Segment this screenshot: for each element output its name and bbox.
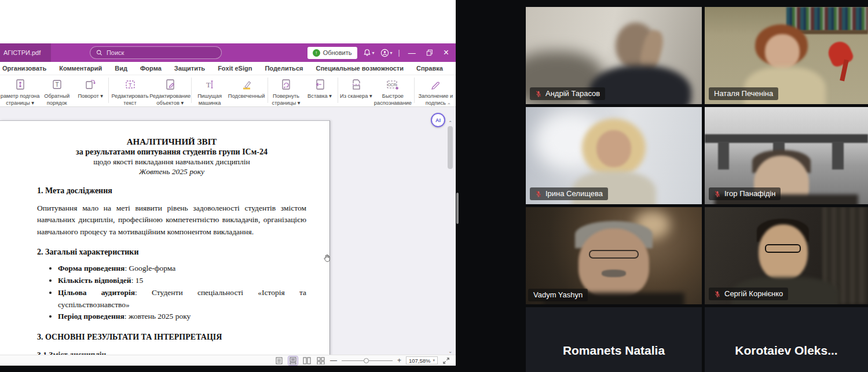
zoom-in-button[interactable]: + [397,356,401,364]
zoom-level-select[interactable]: 107,58% ▾ [406,356,438,364]
video-tile-vadym-yashyn[interactable]: Vadym Yashyn [526,207,702,304]
single-page-view-button[interactable] [274,356,284,365]
participant-name-tag: Ірина Селищева [530,187,608,200]
video-tile-iryna-selyshcheva[interactable]: Ірина Селищева [526,107,702,204]
pdf-menubar: Организовать Комментарий Вид Форма Защит… [0,62,456,75]
muted-mic-icon [714,290,721,297]
quick-recognition-button[interactable]: OCR Быстрое распознавание [373,76,413,106]
video-tile-ihor-panafidin[interactable]: Ігор Панафідін [705,107,868,204]
zoom-slider-knob[interactable] [364,358,369,363]
menu-accessibility[interactable]: Специальные возможности [316,65,404,72]
edit-objects-button[interactable]: Редактирование объектов ▾ [150,76,190,106]
participant-name-tag: Андрій Тарасов [530,87,605,100]
meeting-scrollbar-thumb[interactable] [456,193,459,224]
continuous-view-button[interactable] [288,356,298,365]
restore-button[interactable] [424,49,435,56]
fill-sign-icon [429,78,442,91]
fullscreen-button[interactable] [442,357,450,364]
svg-text:OCR: OCR [388,83,397,87]
scroll-down-icon[interactable]: ⌄ [446,349,454,354]
video-tile-natalia-pechenina[interactable]: Наталя Печеніна [705,7,868,104]
reverse-order-button[interactable]: T Обратный порядок [40,76,74,106]
video-tile-serhii-korniienko[interactable]: Сергій Корнієнко [705,207,868,304]
doc-heading-1: 1. Мета дослідження [37,186,306,196]
menu-form[interactable]: Форма [140,65,162,72]
fit-page-button[interactable]: раметр подгона страницы ▾ [0,76,40,106]
participant-name: Vadym Yashyn [533,290,583,299]
titlebar-separator: | [398,49,400,57]
zoom-slider[interactable] [342,358,393,363]
zoom-out-button[interactable]: — [330,356,337,364]
doc-bullet: Кількість відповідей: 15 [58,275,306,287]
doc-bullet-list: Форма проведення: Google-форма Кількість… [58,263,306,323]
menu-protect[interactable]: Защитить [174,65,205,72]
participant-display-name: Korotaiev Oleks... [705,344,868,358]
scrollbar-thumb[interactable] [448,126,453,169]
menu-share[interactable]: Поделиться [265,65,303,72]
doc-heading-3: 3. ОСНОВНІ РЕЗУЛЬТАТИ ТА ІНТЕРПРЕТАЦІЯ [37,333,306,342]
reverse-order-icon: T [50,78,63,91]
scroll-up-icon[interactable]: ⌃ [446,120,454,126]
update-icon: ↑ [313,49,320,57]
participant-name: Сергій Корнієнко [724,289,783,298]
document-tab[interactable]: АГІСТРИ.pdf [0,43,51,62]
restore-icon [426,49,433,56]
ai-assistant-badge[interactable]: AI [431,113,445,127]
doc-bullet: Період проведення: жовтень 2025 року [58,311,306,323]
participant-name-tag: Наталя Печеніна [709,87,778,100]
doc-subtitle2: щодо якості викладання навчальних дисцип… [37,157,306,167]
screen: АГІСТРИ.pdf ↑ Обновить ▾ [0,0,868,372]
pdf-page: АНАЛІТИЧНИЙ ЗВІТ за результатами опитува… [0,120,330,355]
rotate-button[interactable]: Поворот ▾ [74,76,107,100]
highlight-icon [240,78,253,91]
background-window [0,0,456,43]
close-button[interactable]: × [441,47,451,58]
video-tile-korotaiev-oleks[interactable]: Korotaiev Oleks... [705,307,868,372]
update-button[interactable]: ↑ Обновить [307,47,357,59]
muted-mic-icon [714,190,721,197]
menu-comment[interactable]: Комментарий [59,65,102,72]
menu-organize[interactable]: Организовать [2,65,46,72]
hand-cursor [323,253,331,263]
menu-view[interactable]: Вид [115,65,127,72]
notifications-button[interactable]: ▾ [363,49,375,57]
ocr-icon: OCR [385,78,400,91]
facing-view-button[interactable] [302,356,312,365]
participant-name-tag: Ігор Панафідін [709,187,781,200]
pdf-titlebar: АГІСТРИ.pdf ↑ Обновить ▾ [0,43,456,62]
account-icon [380,49,389,57]
pdf-statusbar: — + 107,58% ▾ [0,355,456,366]
doc-bullet: Цільова аудиторія: Студенти спеціальност… [58,287,306,311]
ribbon-separator [414,78,415,103]
muted-mic-icon [535,90,542,97]
insert-button[interactable]: Вставка ▾ [303,76,336,100]
search-icon [96,49,102,56]
video-meeting-panel: Андрій Тарасов Наталя Печеніна [456,0,868,372]
rotate-pages-button[interactable]: Повернуть страницы ▾ [269,76,303,106]
menu-help[interactable]: Справка [416,65,443,72]
account-button[interactable]: ▾ [380,49,393,57]
document-scrollbar[interactable]: ⌃ ⌄ [446,120,454,354]
video-tile-romanets-natalia[interactable]: Romanets Natalia [526,307,702,372]
svg-text:T: T [129,82,132,88]
video-tile-andrii-tarasov[interactable]: Андрій Тарасов [526,7,702,104]
menu-foxit-esign[interactable]: Foxit eSign [218,65,252,72]
facing-continuous-view-button[interactable] [316,356,325,365]
highlight-button[interactable]: Подсвеченный [226,76,266,100]
edit-text-button[interactable]: T Редактировать текст [110,76,150,106]
ribbon-separator [338,78,338,103]
typewriter-button[interactable]: T Пишущая машинка [193,76,226,106]
participant-name-tag: Vadym Yashyn [528,289,588,301]
search-input[interactable] [107,49,215,56]
muted-mic-icon [535,190,542,197]
edit-text-icon: T [124,78,137,91]
rotate-icon [84,78,97,91]
document-tab-title: АГІСТРИ.pdf [3,49,41,56]
doc-bullet: Форма проведення: Google-форма [58,263,306,275]
participant-name: Ігор Панафідін [724,189,775,198]
from-scanner-button[interactable]: Из сканера ▾ [339,76,373,100]
doc-date: Жовтень 2025 року [37,167,306,176]
search-box[interactable] [90,46,222,59]
document-area[interactable]: АНАЛІТИЧНИЙ ЗВІТ за результатами опитува… [0,107,456,355]
minimize-button[interactable]: — [406,49,418,57]
